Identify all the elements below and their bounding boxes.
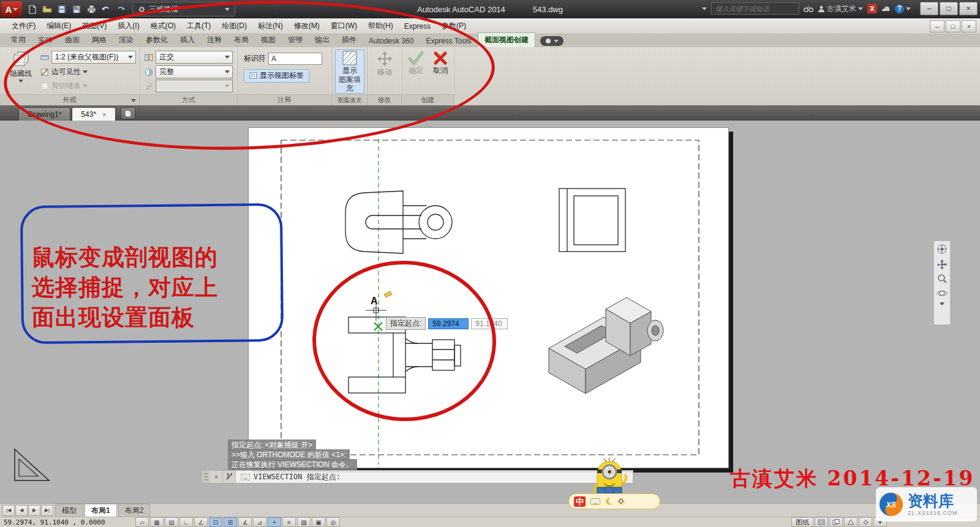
offset-dropdown[interactable] [156,80,233,92]
gear-icon[interactable] [617,498,625,505]
dynamic-input-x[interactable]: 59.2974 [428,318,469,329]
exchange-apps-icon[interactable]: X [867,4,877,13]
steering-wheel-icon[interactable] [937,244,948,255]
prev-layout-button[interactable]: ◀ [15,505,28,516]
toggle-dynamic-input[interactable]: + [268,517,281,527]
quick-view-drawings-icon[interactable] [829,517,843,527]
identifier-input[interactable]: A [268,53,322,65]
menu-help[interactable]: 帮助(H) [363,18,399,34]
menu-format[interactable]: 格式(O) [145,18,181,34]
view-parent-top[interactable] [345,191,452,253]
restore-button[interactable]: □ [940,2,958,15]
command-grip[interactable] [202,471,210,483]
close-command-icon[interactable]: × [210,471,223,483]
view-isometric-3d[interactable] [549,297,663,394]
close-button[interactable]: × [959,2,978,15]
save-as-icon[interactable] [71,4,82,15]
panel-label-create[interactable]: 创建 [402,94,454,105]
ribbon-options-button[interactable] [540,36,564,46]
projection-dropdown[interactable]: 正交 [156,51,233,64]
panel-expander-icon[interactable] [131,99,136,102]
file-tab-543[interactable]: 543* × [72,107,115,121]
toggle-selection-cycling[interactable]: ◎ [326,517,340,527]
plot-icon[interactable] [86,4,97,15]
tab-express-tools[interactable]: Express Tools [420,35,477,47]
ime-language-indicator[interactable]: 中 [574,496,586,507]
tab-layout2[interactable]: 布局2 [118,504,151,517]
orbit-icon[interactable] [937,288,948,299]
menu-view[interactable]: 视图(V) [77,18,112,34]
save-icon[interactable] [56,4,67,15]
keyboard-icon[interactable] [590,498,600,505]
toggle-3d-object-snap[interactable]: ⊞ [224,517,237,527]
menu-tools[interactable]: 工具(T) [181,18,216,34]
doc-restore-button[interactable]: □ [946,20,960,32]
workspace-switcher[interactable]: 三维建模 [132,2,235,17]
zoom-icon[interactable] [937,273,948,284]
next-layout-button[interactable]: ▶ [28,505,40,516]
tab-output[interactable]: 输出 [309,33,336,47]
hidden-lines-button[interactable]: 隐藏线 [5,50,37,92]
tab-surface[interactable]: 曲面 [59,33,86,47]
paper-model-toggle[interactable]: 图纸 [791,517,813,527]
new-tab-button[interactable] [121,107,135,119]
panel-label-modify[interactable]: 修改 [368,94,401,105]
chevron-down-icon[interactable] [702,7,707,10]
coordinates-readout[interactable]: 59.2974, 91.1040 , 0.0000 [4,518,135,526]
tab-mesh[interactable]: 网格 [86,33,113,47]
ok-button[interactable]: 确定 [404,51,428,90]
chevron-down-icon[interactable] [940,302,944,305]
toggle-object-snap[interactable]: ⊡ [209,517,222,527]
toggle-grid-display[interactable]: ▤ [165,517,178,527]
scale-dropdown[interactable]: 1:2 (来自父视图(F)) [51,51,136,64]
autodesk360-icon[interactable] [881,6,891,12]
menu-edit[interactable]: 编辑(E) [41,18,77,34]
tab-plugins[interactable]: 插件 [336,33,363,47]
tab-layout[interactable]: 布局 [228,33,255,47]
edge-visibility-button[interactable]: 边可见性 [51,67,88,77]
tab-solid[interactable]: 实体 [32,33,59,47]
redo-icon[interactable] [115,4,126,15]
tab-autodesk360[interactable]: Autodesk 360 [363,35,420,47]
toggle-quick-properties[interactable]: ▣ [312,517,325,527]
doc-close-button[interactable]: × [962,20,976,32]
sign-in-user[interactable]: 古滇艾米 [818,4,863,14]
toggle-polar-tracking[interactable]: ∠ [194,517,208,527]
pan-icon[interactable] [937,258,948,269]
paper-sheet[interactable]: A [248,127,729,468]
tab-insert[interactable]: 插入 [174,33,201,47]
command-line[interactable]: × VIEWSECTION 指定起点: [201,470,633,484]
panel-label-method[interactable]: 方式 [140,94,237,105]
tab-manage[interactable]: 管理 [282,33,309,47]
dynamic-input-y[interactable]: 91.1040 [471,318,508,329]
last-layout-button[interactable]: ▶| [41,505,53,516]
menu-dimension[interactable]: 标注(N) [252,18,288,34]
cut-inheritance-button[interactable]: 剪切继承 [51,81,88,91]
help-icon[interactable]: ? [895,4,911,13]
tab-parametric[interactable]: 参数化 [140,33,174,47]
toggle-infer-constraints[interactable]: ▱ [135,517,149,527]
move-button[interactable]: 移动 [371,50,398,91]
toggle-object-snap-tracking[interactable]: ∡ [238,517,252,527]
quick-view-layouts-icon[interactable] [815,517,828,527]
open-file-icon[interactable] [42,4,53,15]
menu-modify[interactable]: 修改(M) [288,18,325,34]
show-hatch-button[interactable]: 显示 图案填充 [335,50,364,94]
tab-view[interactable]: 视图 [255,33,282,47]
command-prompt[interactable]: VIEWSECTION 指定起点: [241,472,341,482]
app-menu-button[interactable]: A [1,1,22,17]
tab-render[interactable]: 渲染 [113,33,140,47]
toggle-dynamic-ucs[interactable]: ⊿ [253,517,266,527]
annotation-scale-icon[interactable] [844,517,858,527]
customize-command-icon[interactable] [223,471,236,483]
show-view-label-button[interactable]: 显示视图标签 [244,69,309,83]
undo-icon[interactable] [100,4,111,15]
panel-label-appearance[interactable]: 外观 [0,94,139,105]
menu-window[interactable]: 窗口(W) [325,18,363,34]
menu-draw[interactable]: 绘图(D) [216,18,252,34]
toggle-lineweight[interactable]: ≡ [282,517,296,527]
first-layout-button[interactable]: |◀ [2,505,15,516]
file-tab-drawing1[interactable]: Drawing1* [18,107,70,121]
menu-parameters[interactable]: 参数(P) [436,18,472,34]
tab-model[interactable]: 模型 [55,504,83,517]
